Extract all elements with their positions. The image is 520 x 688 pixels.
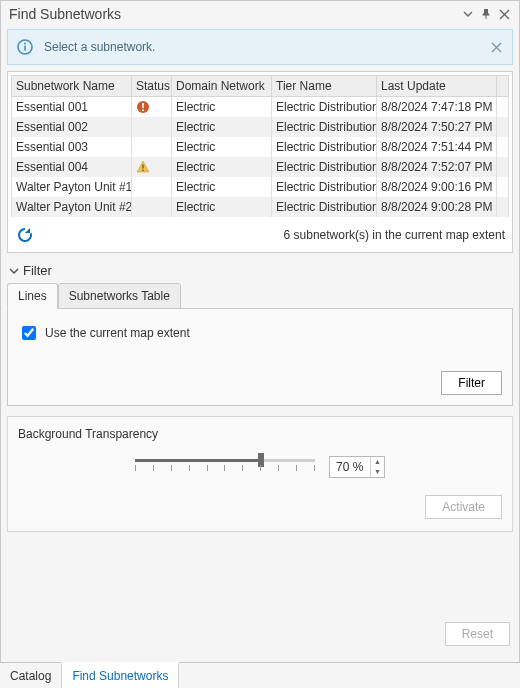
titlebar: Find Subnetworks bbox=[1, 1, 519, 27]
use-extent-row[interactable]: Use the current map extent bbox=[18, 323, 502, 343]
spinner-up-icon[interactable]: ▲ bbox=[371, 457, 384, 467]
cell bbox=[497, 157, 509, 177]
cell: Walter Payton Unit #2 bbox=[12, 197, 132, 217]
status-cell bbox=[132, 157, 172, 177]
table-footer: 6 subnetwork(s) in the current map exten… bbox=[11, 217, 509, 249]
info-close-icon[interactable] bbox=[488, 39, 504, 55]
svg-rect-6 bbox=[142, 165, 143, 169]
cell: Essential 002 bbox=[12, 117, 132, 137]
use-extent-checkbox[interactable] bbox=[22, 326, 36, 340]
cell: Electric Distribution bbox=[272, 177, 377, 197]
table-count-label: 6 subnetwork(s) in the current map exten… bbox=[284, 228, 505, 242]
table-row[interactable]: Essential 001ElectricElectric Distributi… bbox=[12, 97, 509, 118]
cell: Walter Payton Unit #1 bbox=[12, 177, 132, 197]
transparency-slider[interactable] bbox=[135, 453, 315, 481]
cell: Electric Distribution bbox=[272, 197, 377, 217]
use-extent-label: Use the current map extent bbox=[45, 326, 190, 340]
activate-button[interactable]: Activate bbox=[425, 495, 502, 519]
spinner-down-icon[interactable]: ▼ bbox=[371, 467, 384, 477]
collapse-icon[interactable] bbox=[459, 5, 477, 23]
svg-point-1 bbox=[24, 43, 26, 45]
svg-point-5 bbox=[142, 109, 144, 111]
background-transparency-section: Background Transparency 70 % ▲ ▼ Activat… bbox=[7, 416, 513, 532]
tab-lines[interactable]: Lines bbox=[7, 283, 58, 309]
filter-subtabs: Lines Subnetworks Table bbox=[7, 282, 513, 308]
cell: Essential 001 bbox=[12, 97, 132, 118]
info-bar: Select a subnetwork. bbox=[7, 29, 513, 65]
cell: 8/8/2024 7:47:18 PM bbox=[377, 97, 497, 118]
chevron-down-icon bbox=[7, 264, 21, 278]
cell: Electric Distribution bbox=[272, 157, 377, 177]
tab-find-subnetworks[interactable]: Find Subnetworks bbox=[62, 662, 179, 688]
cell: Electric bbox=[172, 157, 272, 177]
cell: 8/8/2024 7:51:44 PM bbox=[377, 137, 497, 157]
filter-button[interactable]: Filter bbox=[441, 371, 502, 395]
cell: Essential 003 bbox=[12, 137, 132, 157]
filter-header-toggle[interactable]: Filter bbox=[7, 263, 513, 278]
table-row[interactable]: Walter Payton Unit #2ElectricElectric Di… bbox=[12, 197, 509, 217]
filter-section: Filter Lines Subnetworks Table Use the c… bbox=[7, 263, 513, 406]
svg-rect-4 bbox=[142, 103, 144, 108]
bottom-tabbar: Catalog Find Subnetworks bbox=[0, 662, 520, 688]
cell bbox=[497, 197, 509, 217]
cell: 8/8/2024 7:50:27 PM bbox=[377, 117, 497, 137]
subnetworks-table-wrap: Subnetwork NameStatusDomain NetworkTier … bbox=[7, 71, 513, 253]
cell: Electric Distribution bbox=[272, 117, 377, 137]
column-header-spacer bbox=[497, 76, 509, 97]
warning-icon bbox=[136, 160, 167, 174]
column-header[interactable]: Last Update bbox=[377, 76, 497, 97]
svg-rect-2 bbox=[24, 46, 26, 51]
column-header[interactable]: Status bbox=[132, 76, 172, 97]
tab-subnetworks-table[interactable]: Subnetworks Table bbox=[58, 283, 181, 309]
filter-label: Filter bbox=[23, 263, 52, 278]
column-header[interactable]: Domain Network bbox=[172, 76, 272, 97]
status-cell bbox=[132, 177, 172, 197]
status-cell bbox=[132, 137, 172, 157]
cell: Electric bbox=[172, 117, 272, 137]
cell: Electric bbox=[172, 197, 272, 217]
cell: Electric Distribution bbox=[272, 137, 377, 157]
cell: Electric bbox=[172, 177, 272, 197]
status-cell bbox=[132, 197, 172, 217]
cell bbox=[497, 117, 509, 137]
cell: Electric bbox=[172, 137, 272, 157]
tab-catalog[interactable]: Catalog bbox=[0, 663, 62, 688]
table-row[interactable]: Essential 004ElectricElectric Distributi… bbox=[12, 157, 509, 177]
cell bbox=[497, 177, 509, 197]
reset-button[interactable]: Reset bbox=[445, 622, 510, 646]
info-icon bbox=[16, 38, 34, 56]
table-row[interactable]: Walter Payton Unit #1ElectricElectric Di… bbox=[12, 177, 509, 197]
refresh-icon[interactable] bbox=[15, 225, 35, 245]
error-icon bbox=[136, 100, 167, 114]
svg-point-7 bbox=[142, 169, 144, 171]
table-row[interactable]: Essential 003ElectricElectric Distributi… bbox=[12, 137, 509, 157]
cell: Electric bbox=[172, 97, 272, 118]
subnetworks-table[interactable]: Subnetwork NameStatusDomain NetworkTier … bbox=[11, 75, 509, 217]
cell: Electric Distribution bbox=[272, 97, 377, 118]
info-message: Select a subnetwork. bbox=[44, 40, 488, 54]
cell: 8/8/2024 9:00:28 PM bbox=[377, 197, 497, 217]
close-icon[interactable] bbox=[495, 5, 513, 23]
filter-panel: Use the current map extent Filter bbox=[7, 308, 513, 406]
panel-title: Find Subnetworks bbox=[9, 6, 459, 22]
cell bbox=[497, 97, 509, 118]
cell bbox=[497, 137, 509, 157]
transparency-spinner[interactable]: 70 % ▲ ▼ bbox=[329, 456, 385, 478]
pin-icon[interactable] bbox=[477, 5, 495, 23]
transparency-value: 70 % bbox=[330, 460, 370, 474]
cell: Essential 004 bbox=[12, 157, 132, 177]
column-header[interactable]: Tier Name bbox=[272, 76, 377, 97]
cell: 8/8/2024 9:00:16 PM bbox=[377, 177, 497, 197]
transparency-label: Background Transparency bbox=[18, 427, 502, 441]
column-header[interactable]: Subnetwork Name bbox=[12, 76, 132, 97]
cell: 8/8/2024 7:52:07 PM bbox=[377, 157, 497, 177]
table-row[interactable]: Essential 002ElectricElectric Distributi… bbox=[12, 117, 509, 137]
status-cell bbox=[132, 97, 172, 118]
status-cell bbox=[132, 117, 172, 137]
